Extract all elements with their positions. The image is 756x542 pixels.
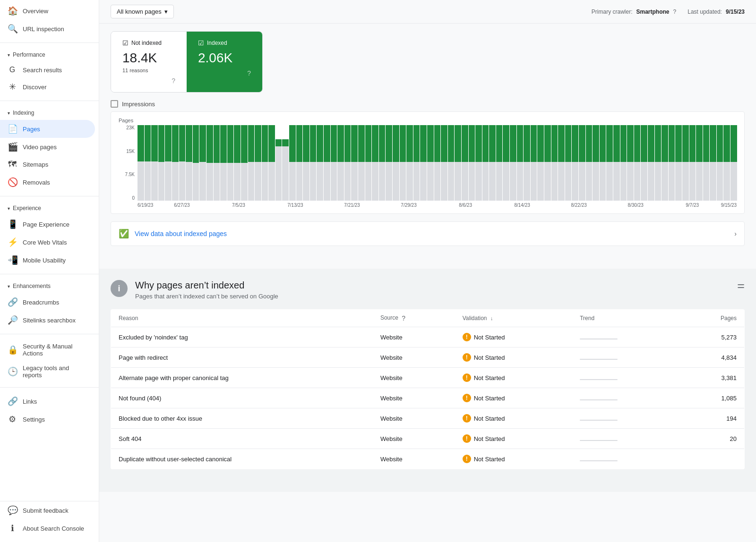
- sidebar-item-legacy[interactable]: 🕒 Legacy tools and reports: [0, 361, 95, 382]
- bar-group: [145, 125, 151, 201]
- bar-indexed: [151, 125, 158, 161]
- bar-indexed: [669, 125, 675, 162]
- bar-group: [710, 125, 716, 201]
- sidebar-about-label: About Search Console: [23, 525, 84, 532]
- td-source: Website: [373, 449, 455, 469]
- settings-icon: ⚙: [8, 414, 17, 424]
- bar-indexed: [475, 125, 482, 162]
- bar-indexed: [469, 125, 475, 162]
- bar-group: [282, 125, 289, 201]
- bar-not-indexed: [324, 162, 330, 201]
- table-row[interactable]: Alternate page with proper canonical tag…: [111, 368, 745, 388]
- table-row[interactable]: Excluded by 'noindex' tagWebsite!Not Sta…: [111, 327, 745, 347]
- bar-not-indexed: [165, 161, 172, 201]
- validation-text: Not Started: [474, 395, 505, 402]
- bar-group: [344, 125, 351, 201]
- validation-text: Not Started: [474, 435, 505, 442]
- table-row[interactable]: Duplicate without user-selected canonica…: [111, 449, 745, 469]
- table-row[interactable]: Blocked due to other 4xx issueWebsite!No…: [111, 408, 745, 429]
- sidebar-item-breadcrumbs[interactable]: 🔗 Breadcrumbs: [0, 293, 95, 311]
- sort-icon: ↓: [490, 315, 493, 321]
- bar-not-indexed: [351, 162, 358, 201]
- google-icon: G: [8, 66, 17, 74]
- not-indexed-value: 18.4K: [122, 51, 175, 66]
- source-help-icon[interactable]: ?: [402, 314, 405, 322]
- bar-not-indexed: [434, 162, 441, 201]
- bar-not-indexed: [145, 161, 151, 201]
- bar-group: [448, 125, 455, 201]
- chart-container: Pages 23K 15K 7.5K 0 6/19/236/27/237/5/2…: [111, 111, 745, 214]
- sidebar-item-about[interactable]: ℹ About Search Console: [0, 519, 95, 537]
- sidebar-item-mobile-usability[interactable]: 📲 Mobile Usability: [0, 251, 95, 269]
- sidebar-item-url-inspection[interactable]: 🔍 URL inspection: [0, 20, 95, 38]
- bar-indexed: [703, 125, 710, 162]
- bar-not-indexed: [448, 162, 455, 201]
- bar-indexed: [393, 125, 399, 162]
- sidebar-item-security[interactable]: 🔒 Security & Manual Actions: [0, 339, 95, 361]
- bar-indexed: [579, 125, 585, 162]
- td-reason: Blocked due to other 4xx issue: [111, 408, 373, 429]
- sidebar-item-pages[interactable]: 📄 Pages: [0, 120, 95, 138]
- sidebar-sitemaps-label: Sitemaps: [23, 161, 48, 168]
- sidebar-item-feedback[interactable]: 💬 Submit feedback: [0, 501, 95, 519]
- bar-indexed: [255, 125, 261, 162]
- table-row[interactable]: Soft 404Website!Not Started20: [111, 429, 745, 449]
- bar-not-indexed: [303, 162, 309, 201]
- bar-not-indexed: [565, 162, 572, 201]
- view-data-link[interactable]: ✅ View data about indexed pages ›: [111, 221, 745, 246]
- sidebar-pages-label: Pages: [23, 126, 40, 133]
- table-row[interactable]: Not found (404)Website!Not Started1,085: [111, 388, 745, 408]
- impressions-checkbox[interactable]: [111, 100, 118, 108]
- bar-group: [455, 125, 461, 201]
- sidebar-item-sitelinks[interactable]: 🔎 Sitelinks searchbox: [0, 311, 95, 329]
- td-pages: 4,834: [680, 347, 745, 368]
- bar-group: [648, 125, 654, 201]
- sidebar-experience-label: Experience: [13, 205, 41, 212]
- sidebar-item-video-pages[interactable]: 🎬 Video pages: [0, 138, 95, 156]
- chart-x-label: 9/7/23: [664, 203, 721, 208]
- bar-group: [579, 125, 585, 201]
- bar-indexed: [400, 125, 406, 162]
- th-validation[interactable]: Validation ↓: [455, 310, 572, 327]
- bar-not-indexed: [179, 161, 186, 201]
- help-icon-crawler[interactable]: ?: [673, 8, 677, 15]
- bar-group: [537, 125, 544, 201]
- bar-group: [241, 125, 248, 201]
- sidebar-item-settings[interactable]: ⚙ Settings: [0, 410, 95, 428]
- table-row[interactable]: Page with redirectWebsite!Not Started4,8…: [111, 347, 745, 368]
- bar-indexed: [289, 125, 296, 162]
- pages-dropdown[interactable]: All known pages ▾: [111, 5, 174, 18]
- td-validation: !Not Started: [455, 347, 572, 368]
- sidebar-item-overview[interactable]: 🏠 Overview: [0, 2, 95, 20]
- sidebar-discover-label: Discover: [23, 84, 47, 91]
- bar-not-indexed: [620, 162, 627, 201]
- bar-not-indexed: [262, 162, 268, 201]
- td-pages: 3,381: [680, 368, 745, 388]
- help-icon-not-indexed[interactable]: ?: [172, 77, 175, 85]
- chart-y-axis: 23K 15K 7.5K 0: [119, 125, 137, 201]
- bar-group: [303, 125, 309, 201]
- sidebar-section-performance[interactable]: ▾ Performance: [0, 48, 99, 62]
- filter-icon[interactable]: ⚌: [737, 280, 745, 290]
- sidebar-item-removals[interactable]: 🚫 Removals: [0, 173, 95, 191]
- sidebar-item-page-experience[interactable]: 📱 Page Experience: [0, 215, 95, 233]
- validation-text: Not Started: [474, 415, 505, 422]
- sidebar-item-search-results[interactable]: G Search results: [0, 62, 95, 78]
- sidebar-item-discover[interactable]: ✳ Discover: [0, 78, 95, 96]
- bar-indexed: [717, 125, 723, 162]
- help-icon-indexed[interactable]: ?: [247, 69, 251, 77]
- bar-indexed: [675, 125, 682, 162]
- not-started-icon: !: [463, 455, 471, 463]
- td-reason: Duplicate without user-selected canonica…: [111, 449, 373, 469]
- sidebar-section-experience[interactable]: ▾ Experience: [0, 201, 99, 215]
- bar-not-indexed: [420, 162, 427, 201]
- sidebar-item-sitemaps[interactable]: 🗺 Sitemaps: [0, 156, 95, 173]
- sidebar-item-core-web-vitals[interactable]: ⚡ Core Web Vitals: [0, 233, 95, 251]
- bar-indexed: [662, 125, 668, 162]
- bar-not-indexed: [441, 162, 447, 201]
- sidebar-section-enhancements[interactable]: ▾ Enhancements: [0, 279, 99, 293]
- sidebar-item-links[interactable]: 🔗 Links: [0, 392, 95, 410]
- sidebar-section-indexing[interactable]: ▾ Indexing: [0, 106, 99, 120]
- bar-not-indexed: [413, 162, 420, 201]
- bar-not-indexed: [675, 162, 682, 201]
